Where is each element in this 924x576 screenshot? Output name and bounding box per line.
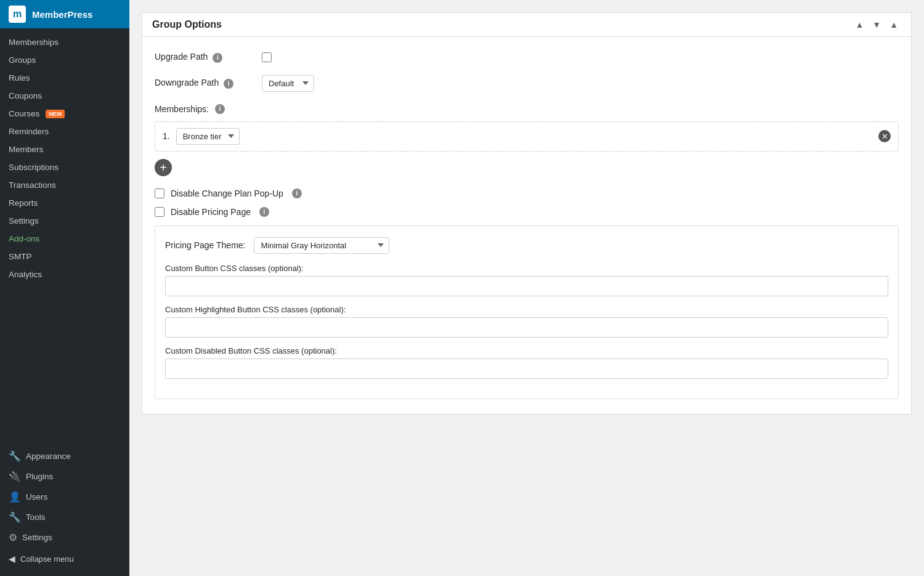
new-badge: NEW bbox=[46, 110, 65, 118]
sidebar-item-memberships[interactable]: Memberships bbox=[0, 33, 129, 51]
sidebar-item-addons[interactable]: Add-ons bbox=[0, 230, 129, 248]
panel-controls: ▲ ▼ ▲ bbox=[852, 19, 901, 30]
downgrade-path-info-icon[interactable]: i bbox=[224, 79, 233, 89]
sidebar-item-reports[interactable]: Reports bbox=[0, 194, 129, 212]
sidebar-item-settings-wp[interactable]: ⚙ Settings bbox=[0, 527, 129, 548]
sidebar-item-rules[interactable]: Rules bbox=[0, 69, 129, 87]
panel-body: Upgrade Path i Downgrade Path i Default … bbox=[142, 37, 911, 414]
panel-header: Group Options ▲ ▼ ▲ bbox=[142, 13, 911, 37]
add-membership-button[interactable]: + bbox=[155, 159, 172, 176]
group-options-panel: Group Options ▲ ▼ ▲ Upgrade Path i Downg… bbox=[142, 12, 912, 415]
disable-pricing-page-row: Disable Pricing Page i bbox=[155, 207, 899, 217]
user-icon: 👤 bbox=[9, 491, 21, 503]
membership-item-1: 1. Bronze tier ✕ bbox=[163, 128, 891, 145]
sidebar-item-subscriptions[interactable]: Subscriptions bbox=[0, 158, 129, 176]
upgrade-path-checkbox[interactable] bbox=[262, 52, 272, 62]
custom-disabled-css-input[interactable] bbox=[165, 359, 888, 379]
disable-change-plan-info-icon[interactable]: i bbox=[292, 189, 302, 198]
upgrade-path-row: Upgrade Path i bbox=[155, 52, 899, 63]
sidebar-header: m MemberPress bbox=[0, 0, 129, 28]
panel-toggle-button[interactable]: ▲ bbox=[886, 19, 901, 30]
sidebar-item-analytics[interactable]: Analytics bbox=[0, 266, 129, 283]
disable-pricing-page-label[interactable]: Disable Pricing Page bbox=[171, 207, 251, 217]
sidebar-item-groups[interactable]: Groups bbox=[0, 51, 129, 69]
sidebar-item-appearance[interactable]: 🔧 Appearance bbox=[0, 446, 129, 466]
sidebar-item-plugins[interactable]: 🔌 Plugins bbox=[0, 466, 129, 487]
sidebar-item-users[interactable]: 👤 Users bbox=[0, 487, 129, 507]
sidebar-item-settings[interactable]: Settings bbox=[0, 212, 129, 230]
custom-highlighted-css-input[interactable] bbox=[165, 317, 888, 338]
tools-icon: 🔧 bbox=[9, 511, 21, 523]
gear-icon: ⚙ bbox=[9, 532, 17, 543]
memberships-label: Memberships: i bbox=[155, 104, 899, 114]
sidebar-item-coupons[interactable]: Coupons bbox=[0, 87, 129, 105]
sidebar-item-tools[interactable]: 🔧 Tools bbox=[0, 507, 129, 527]
downgrade-path-label: Downgrade Path i bbox=[155, 78, 253, 89]
disable-change-plan-checkbox[interactable] bbox=[155, 189, 164, 198]
memberships-info-icon[interactable]: i bbox=[215, 104, 225, 114]
membership-select-1[interactable]: Bronze tier bbox=[176, 128, 240, 145]
wp-menu-section: 🔧 Appearance 🔌 Plugins 👤 Users 🔧 Tools ⚙… bbox=[0, 446, 129, 548]
collapse-menu-button[interactable]: ◀ Collapse menu bbox=[0, 548, 129, 570]
plugin-icon: 🔌 bbox=[9, 471, 21, 482]
downgrade-path-select[interactable]: Default None Custom bbox=[262, 75, 314, 92]
membership-remove-button-1[interactable]: ✕ bbox=[878, 130, 891, 142]
sidebar-item-transactions[interactable]: Transactions bbox=[0, 176, 129, 194]
downgrade-path-row: Downgrade Path i Default None Custom bbox=[155, 75, 899, 92]
logo-icon: m bbox=[9, 6, 26, 23]
sidebar-item-members[interactable]: Members bbox=[0, 140, 129, 158]
membership-number-1: 1. bbox=[163, 131, 170, 141]
main-content: Group Options ▲ ▼ ▲ Upgrade Path i Downg… bbox=[129, 0, 924, 576]
custom-button-css-group: Custom Button CSS classes (optional): bbox=[165, 264, 888, 296]
sidebar: m MemberPress Memberships Groups Rules C… bbox=[0, 0, 129, 576]
panel-collapse-down-button[interactable]: ▼ bbox=[869, 19, 884, 30]
membership-list: 1. Bronze tier ✕ bbox=[155, 121, 899, 152]
custom-highlighted-css-label: Custom Highlighted Button CSS classes (o… bbox=[165, 305, 888, 314]
pricing-theme-label: Pricing Page Theme: bbox=[165, 240, 245, 250]
sidebar-item-courses[interactable]: Courses NEW bbox=[0, 105, 129, 123]
upgrade-path-info-icon[interactable]: i bbox=[213, 53, 222, 63]
brand-name: MemberPress bbox=[32, 9, 92, 20]
upgrade-path-label: Upgrade Path i bbox=[155, 52, 253, 63]
sidebar-bottom: ◀ Collapse menu bbox=[0, 548, 129, 576]
pricing-box: Pricing Page Theme: Minimal Gray Horizon… bbox=[155, 225, 899, 399]
custom-button-css-input[interactable] bbox=[165, 276, 888, 296]
custom-disabled-css-label: Custom Disabled Button CSS classes (opti… bbox=[165, 346, 888, 355]
disable-pricing-page-info-icon[interactable]: i bbox=[259, 207, 269, 217]
collapse-icon: ◀ bbox=[9, 554, 15, 564]
disable-pricing-page-checkbox[interactable] bbox=[155, 207, 164, 217]
pricing-theme-row: Pricing Page Theme: Minimal Gray Horizon… bbox=[165, 237, 888, 254]
sidebar-nav: Memberships Groups Rules Coupons Courses… bbox=[0, 28, 129, 444]
panel-collapse-up-button[interactable]: ▲ bbox=[852, 19, 867, 30]
sidebar-item-smtp[interactable]: SMTP bbox=[0, 248, 129, 266]
panel-title: Group Options bbox=[152, 19, 222, 30]
custom-button-css-label: Custom Button CSS classes (optional): bbox=[165, 264, 888, 273]
custom-highlighted-css-group: Custom Highlighted Button CSS classes (o… bbox=[165, 305, 888, 338]
sidebar-item-reminders[interactable]: Reminders bbox=[0, 123, 129, 140]
wrench-icon: 🔧 bbox=[9, 450, 21, 462]
disable-change-plan-label[interactable]: Disable Change Plan Pop-Up bbox=[171, 189, 283, 198]
pricing-theme-select[interactable]: Minimal Gray Horizontal Default Elegant … bbox=[254, 237, 389, 254]
custom-disabled-css-group: Custom Disabled Button CSS classes (opti… bbox=[165, 346, 888, 379]
disable-change-plan-row: Disable Change Plan Pop-Up i bbox=[155, 189, 899, 198]
